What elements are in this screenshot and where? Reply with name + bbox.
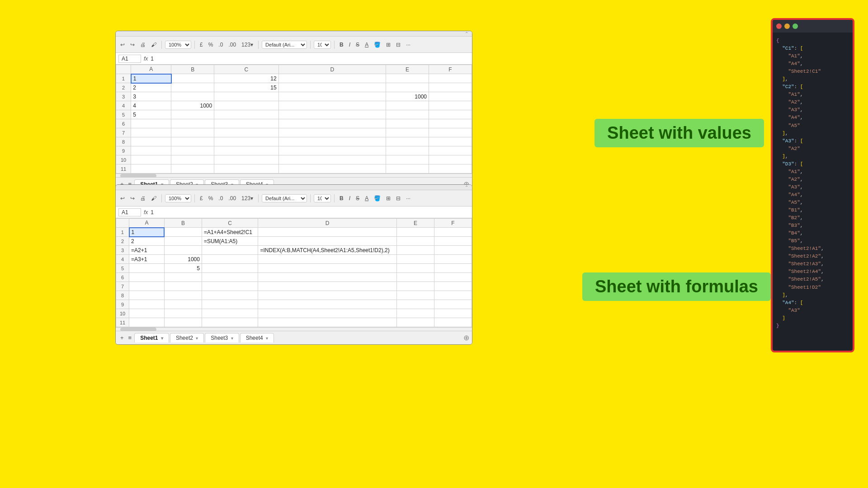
- cell-E6[interactable]: [396, 273, 434, 282]
- cell-E11[interactable]: [396, 318, 434, 327]
- cell-C10[interactable]: [202, 309, 258, 318]
- cell-A3[interactable]: 3: [131, 92, 171, 101]
- sheets-menu-button-bottom[interactable]: ≡: [127, 334, 134, 341]
- cell-B5[interactable]: [171, 110, 214, 119]
- cell-E3[interactable]: 1000: [386, 92, 429, 101]
- cell-E5[interactable]: [396, 264, 434, 273]
- cell-C4[interactable]: [214, 101, 278, 110]
- undo-button-b[interactable]: ↩: [118, 194, 127, 202]
- more-button[interactable]: ···: [404, 41, 412, 49]
- currency-button-b[interactable]: £: [198, 194, 205, 202]
- cell-B3[interactable]: [164, 246, 202, 255]
- redo-button-b[interactable]: ↪: [128, 194, 137, 202]
- cell-D1[interactable]: [278, 74, 386, 83]
- cell-C7[interactable]: [202, 282, 258, 291]
- cell-F1[interactable]: [434, 228, 472, 237]
- cell-C5[interactable]: [202, 264, 258, 273]
- percent-button[interactable]: %: [207, 41, 215, 49]
- cell-B10[interactable]: [171, 155, 214, 164]
- cell-E7[interactable]: [396, 282, 434, 291]
- cell-B1[interactable]: [164, 228, 202, 237]
- cell-B4[interactable]: 1000: [164, 255, 202, 264]
- fontsize-select-bottom[interactable]: 10: [314, 194, 331, 202]
- cell-D9[interactable]: [258, 300, 396, 309]
- decimal2-button[interactable]: .00: [226, 41, 238, 49]
- cell-F6[interactable]: [429, 119, 472, 128]
- cell-A3[interactable]: =A2+1: [129, 246, 165, 255]
- cell-D4[interactable]: [278, 101, 386, 110]
- cell-C3[interactable]: [214, 92, 278, 101]
- cell-ref-top[interactable]: A1: [118, 55, 141, 63]
- cell-A1[interactable]: 1: [131, 74, 171, 83]
- cell-C6[interactable]: [214, 119, 278, 128]
- font-select-top[interactable]: Default (Ari...: [262, 41, 307, 49]
- cell-D2[interactable]: [258, 237, 396, 246]
- cell-B9[interactable]: [171, 146, 214, 155]
- new-sheet-icon-bottom[interactable]: ⊕: [463, 333, 469, 342]
- cell-B8[interactable]: [171, 137, 214, 146]
- cell-F8[interactable]: [434, 291, 472, 300]
- cell-C5[interactable]: [214, 110, 278, 119]
- cell-D10[interactable]: [258, 309, 396, 318]
- collapse-icon[interactable]: ⌃: [465, 31, 468, 36]
- cell-F4[interactable]: [429, 101, 472, 110]
- cell-B11[interactable]: [164, 318, 202, 327]
- cell-A2[interactable]: 2: [129, 237, 165, 246]
- cell-E1[interactable]: [386, 74, 429, 83]
- cell-F3[interactable]: [434, 246, 472, 255]
- cell-E6[interactable]: [386, 119, 429, 128]
- cell-D5[interactable]: [278, 110, 386, 119]
- cell-A11[interactable]: [131, 164, 171, 174]
- underline-button-b[interactable]: A: [363, 194, 370, 202]
- italic-button[interactable]: I: [347, 41, 352, 49]
- cell-A7[interactable]: [129, 282, 165, 291]
- cell-D8[interactable]: [258, 291, 396, 300]
- paint-button[interactable]: 🖌: [149, 41, 158, 49]
- cell-A7[interactable]: [131, 128, 171, 137]
- cell-C3[interactable]: [202, 246, 258, 255]
- borders-button[interactable]: ⊞: [384, 41, 392, 49]
- cell-F4[interactable]: [434, 255, 472, 264]
- bold-button[interactable]: B: [338, 41, 345, 49]
- cell-F9[interactable]: [434, 300, 472, 309]
- cell-C2[interactable]: =SUM(A1:A5): [202, 237, 258, 246]
- fontsize-select-top[interactable]: 10: [314, 41, 331, 49]
- scrollbar-bottom[interactable]: [116, 327, 472, 331]
- cell-C1[interactable]: =A1+A4+Sheet2!C1: [202, 228, 258, 237]
- redo-button[interactable]: ↪: [128, 41, 137, 49]
- cell-B6[interactable]: [164, 273, 202, 282]
- cell-A8[interactable]: [131, 137, 171, 146]
- cell-C8[interactable]: [214, 137, 278, 146]
- formula-input-bottom[interactable]: 1: [151, 209, 469, 216]
- cell-B7[interactable]: [164, 282, 202, 291]
- cell-D11[interactable]: [278, 164, 386, 174]
- cell-F10[interactable]: [429, 155, 472, 164]
- cell-D10[interactable]: [278, 155, 386, 164]
- cell-A1[interactable]: 1: [129, 228, 165, 237]
- cell-A6[interactable]: [129, 273, 165, 282]
- cell-A4[interactable]: 4: [131, 101, 171, 110]
- sheet-tab-2-bottom[interactable]: Sheet2 ▾: [170, 333, 204, 343]
- cell-C11[interactable]: [202, 318, 258, 327]
- cell-B6[interactable]: [171, 119, 214, 128]
- currency-button[interactable]: £: [198, 41, 205, 49]
- borders-button-b[interactable]: ⊞: [384, 194, 392, 202]
- cell-D7[interactable]: [258, 282, 396, 291]
- zoom-select-bottom[interactable]: 100%: [165, 194, 191, 202]
- fillcolor-button[interactable]: 🪣: [372, 41, 382, 49]
- cell-D3[interactable]: =INDEX(A:B,MATCH(A4,Sheet2!A1:A5,Sheet1!…: [258, 246, 396, 255]
- cell-D6[interactable]: [258, 273, 396, 282]
- cell-B3[interactable]: [171, 92, 214, 101]
- cell-C7[interactable]: [214, 128, 278, 137]
- cell-F2[interactable]: [434, 237, 472, 246]
- cell-B10[interactable]: [164, 309, 202, 318]
- cell-C11[interactable]: [214, 164, 278, 174]
- cell-B4[interactable]: 1000: [171, 101, 214, 110]
- cell-F1[interactable]: [429, 74, 472, 83]
- more-button-b[interactable]: ···: [404, 194, 412, 202]
- cell-C9[interactable]: [202, 300, 258, 309]
- cell-C9[interactable]: [214, 146, 278, 155]
- strikethrough-button[interactable]: S: [354, 41, 361, 49]
- cell-F11[interactable]: [429, 164, 472, 174]
- cell-A5[interactable]: 5: [131, 110, 171, 119]
